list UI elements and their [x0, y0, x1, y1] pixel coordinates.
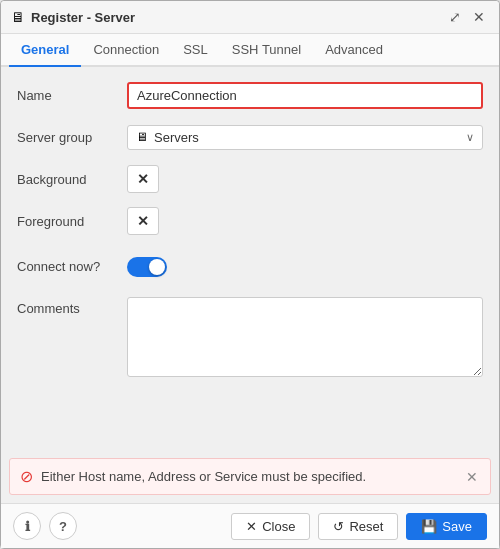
save-button[interactable]: 💾 Save: [406, 513, 487, 540]
background-row: Background ✕: [17, 163, 483, 195]
tabs-bar: General Connection SSL SSH Tunnel Advanc…: [1, 34, 499, 67]
title-bar: 🖥 Register - Server ⤢ ✕: [1, 1, 499, 34]
help-button[interactable]: ?: [49, 512, 77, 540]
background-label: Background: [17, 172, 127, 187]
server-group-select[interactable]: 🖥 Servers ∨: [127, 125, 483, 150]
dialog-title: Register - Server: [31, 10, 135, 25]
name-row: Name: [17, 79, 483, 111]
info-button[interactable]: ℹ: [13, 512, 41, 540]
server-group-value: Servers: [154, 130, 466, 145]
reset-button[interactable]: ↺ Reset: [318, 513, 398, 540]
title-bar-left: 🖥 Register - Server: [11, 9, 135, 25]
server-group-control[interactable]: 🖥 Servers ∨: [127, 125, 483, 150]
error-bar: ⊘ Either Host name, Address or Service m…: [9, 458, 491, 495]
close-icon: ✕: [246, 519, 257, 534]
toggle-thumb: [149, 259, 165, 275]
close-title-button[interactable]: ✕: [469, 7, 489, 27]
comments-input[interactable]: [127, 297, 483, 377]
expand-button[interactable]: ⤢: [445, 7, 465, 27]
tab-ssh-tunnel[interactable]: SSH Tunnel: [220, 34, 313, 67]
background-color-button[interactable]: ✕: [127, 165, 159, 193]
bottom-area: ⊘ Either Host name, Address or Service m…: [1, 458, 499, 503]
name-label: Name: [17, 88, 127, 103]
server-group-row: Server group 🖥 Servers ∨: [17, 121, 483, 153]
connect-now-toggle[interactable]: [127, 257, 167, 277]
connect-now-label: Connect now?: [17, 259, 127, 276]
save-icon: 💾: [421, 519, 437, 534]
connect-now-row: Connect now?: [17, 247, 483, 287]
tab-general[interactable]: General: [9, 34, 81, 67]
foreground-control: ✕: [127, 207, 483, 235]
close-label: Close: [262, 519, 295, 534]
reset-label: Reset: [349, 519, 383, 534]
comments-row: Comments: [17, 297, 483, 380]
form-content: Name Server group 🖥 Servers ∨ Background…: [1, 67, 499, 458]
register-server-dialog: 🖥 Register - Server ⤢ ✕ General Connecti…: [0, 0, 500, 549]
name-control: [127, 82, 483, 109]
foreground-label: Foreground: [17, 214, 127, 229]
dialog-icon: 🖥: [11, 9, 25, 25]
comments-label: Comments: [17, 297, 127, 316]
tab-advanced[interactable]: Advanced: [313, 34, 395, 67]
error-close-button[interactable]: ✕: [464, 469, 480, 485]
tab-ssl[interactable]: SSL: [171, 34, 220, 67]
title-bar-actions: ⤢ ✕: [445, 7, 489, 27]
reset-icon: ↺: [333, 519, 344, 534]
footer: ℹ ? ✕ Close ↺ Reset 💾 Save: [1, 503, 499, 548]
server-group-icon: 🖥: [136, 130, 148, 144]
save-label: Save: [442, 519, 472, 534]
foreground-row: Foreground ✕: [17, 205, 483, 237]
comments-control: [127, 297, 483, 380]
server-group-label: Server group: [17, 130, 127, 145]
connect-now-control: [127, 257, 483, 277]
tab-connection[interactable]: Connection: [81, 34, 171, 67]
name-input[interactable]: [127, 82, 483, 109]
foreground-color-button[interactable]: ✕: [127, 207, 159, 235]
close-button[interactable]: ✕ Close: [231, 513, 310, 540]
background-control: ✕: [127, 165, 483, 193]
error-message: Either Host name, Address or Service mus…: [41, 469, 456, 484]
error-icon: ⊘: [20, 467, 33, 486]
chevron-down-icon: ∨: [466, 131, 474, 144]
